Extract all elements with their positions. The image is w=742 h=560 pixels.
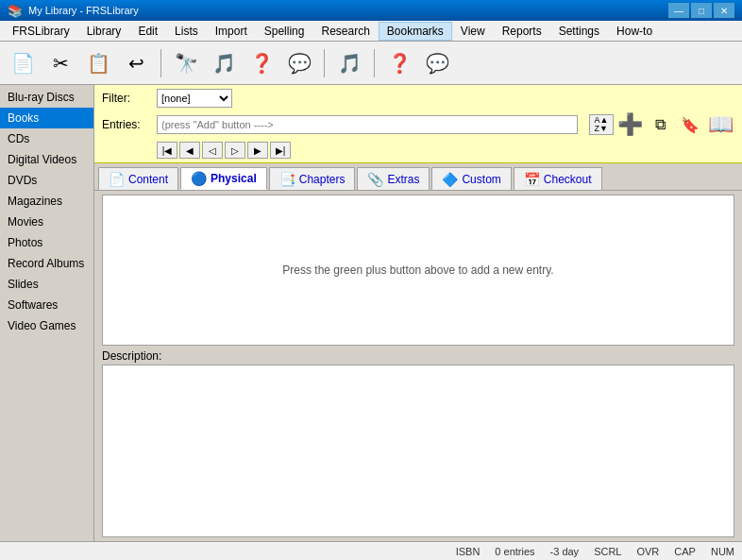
content-tab-label: Content [128, 173, 168, 186]
content-area: Filter: [none] Entries: A▲Z▼ ➕ ⧉ 🔖 📖 |◀ … [94, 85, 742, 541]
title-bar: 📚 My Library - FRSLibrary — □ ✕ [0, 0, 742, 21]
status-isbn: ISBN [456, 546, 481, 557]
status-bar: ISBN0 entries-3 daySCRLOVRCAPNUM [0, 541, 742, 560]
toolbar-separator2 [324, 49, 325, 77]
search-button[interactable]: 🔭 [169, 46, 203, 80]
toolbar: 📄✂📋↩🔭🎵❓💬🎵❓💬 [0, 42, 742, 85]
new-button[interactable]: 📄 [6, 46, 40, 80]
entries-label: Entries: [102, 118, 149, 131]
filter-select[interactable]: [none] [157, 89, 232, 108]
status-cap: CAP [674, 546, 696, 557]
chapters-tab-label: Chapters [299, 173, 346, 186]
sidebar: Blu-ray DiscsBooksCDsDigital VideosDVDsM… [0, 85, 94, 541]
comment-button[interactable]: 💬 [420, 46, 454, 80]
custom-tab-label: Custom [462, 173, 500, 186]
maximize-button[interactable]: □ [691, 3, 712, 18]
status-scrl: SCRL [594, 546, 621, 557]
sidebar-item-slides[interactable]: Slides [0, 274, 93, 295]
chapters-tab-icon: 📑 [279, 172, 295, 187]
filter-label: Filter: [102, 92, 149, 105]
status-ovr: OVR [636, 546, 659, 557]
comment-button[interactable]: 💬 [282, 46, 316, 80]
tab-checkout[interactable]: 📅Checkout [514, 167, 602, 190]
tab-content[interactable]: 📄Content [98, 167, 178, 190]
description-section: Description: [94, 349, 742, 541]
title-bar-left: 📚 My Library - FRSLibrary [8, 4, 139, 18]
extras-tab-label: Extras [387, 173, 419, 186]
table-area: Press the green plus button above to add… [102, 195, 734, 346]
sidebar-item-softwares[interactable]: Softwares [0, 295, 93, 315]
description-box[interactable] [102, 365, 734, 537]
menu-item-research[interactable]: Research [312, 22, 378, 41]
physical-tab-icon: 🔵 [191, 171, 207, 186]
title-bar-controls: — □ ✕ [668, 3, 734, 18]
close-button[interactable]: ✕ [714, 3, 734, 18]
sidebar-item-books[interactable]: Books [0, 108, 93, 128]
undo-button[interactable]: ↩ [119, 46, 153, 80]
help-button[interactable]: ❓ [382, 46, 416, 80]
nav-first-button[interactable]: |◀ [157, 142, 177, 159]
checkout-tab-label: Checkout [544, 173, 592, 186]
toolbar-separator3 [374, 49, 375, 77]
extras-tab-icon: 📎 [367, 172, 383, 187]
help-button[interactable]: ❓ [245, 46, 278, 80]
status-days: -3 day [550, 546, 580, 557]
menu-item-reports[interactable]: Reports [494, 22, 550, 41]
status-entries: 0 entries [495, 546, 534, 557]
menu-item-how-to[interactable]: How-to [608, 22, 661, 41]
menu-item-spelling[interactable]: Spelling [256, 22, 313, 41]
tab-custom[interactable]: 🔷Custom [431, 167, 511, 190]
menu-item-lists[interactable]: Lists [166, 22, 207, 41]
toolbar-separator [160, 49, 161, 77]
sidebar-item-magazines[interactable]: Magazines [0, 191, 93, 212]
tabs: 📄Content🔵Physical📑Chapters📎Extras🔷Custom… [94, 163, 742, 191]
title-bar-text: My Library - FRSLibrary [28, 5, 139, 16]
nav-next2-button[interactable]: ▶ [247, 142, 268, 159]
sidebar-item-cds[interactable]: CDs [0, 128, 93, 149]
bookmark-button[interactable]: 🔖 [676, 111, 704, 138]
sidebar-item-video-games[interactable]: Video Games [0, 315, 93, 336]
sidebar-item-movies[interactable]: Movies [0, 212, 93, 232]
menu-item-frslibrary[interactable]: FRSLibrary [4, 22, 78, 41]
add-button[interactable]: ➕ [616, 111, 644, 138]
main-layout: Blu-ray DiscsBooksCDsDigital VideosDVDsM… [0, 85, 742, 541]
custom-tab-icon: 🔷 [442, 172, 458, 187]
duplicate-button[interactable]: ⧉ [646, 111, 674, 138]
tab-physical[interactable]: 🔵Physical [180, 167, 267, 190]
menu-item-edit[interactable]: Edit [129, 22, 166, 41]
tab-extras[interactable]: 📎Extras [357, 167, 430, 190]
nav-prev-button[interactable]: ◀ [179, 142, 200, 159]
cut-button[interactable]: ✂ [43, 46, 77, 80]
sidebar-item-dvds[interactable]: DVDs [0, 170, 93, 191]
checkout-tab-icon: 📅 [524, 172, 540, 187]
status-num: NUM [711, 546, 734, 557]
nav-last-button[interactable]: ▶| [270, 142, 291, 159]
tab-chapters[interactable]: 📑Chapters [269, 167, 356, 190]
music-button[interactable]: 🎵 [332, 46, 366, 80]
sidebar-item-blu-ray-discs[interactable]: Blu-ray Discs [0, 87, 93, 108]
minimize-button[interactable]: — [668, 3, 689, 18]
sidebar-item-record-albums[interactable]: Record Albums [0, 253, 93, 274]
sidebar-item-photos[interactable]: Photos [0, 232, 93, 253]
nav-next-button[interactable]: ▷ [225, 142, 245, 159]
sort-az-button[interactable]: A▲Z▼ [589, 114, 614, 135]
content-tab-icon: 📄 [109, 172, 125, 187]
entries-input[interactable] [157, 115, 578, 134]
description-label: Description: [102, 349, 734, 363]
menu-bar: FRSLibraryLibraryEditListsImportSpelling… [0, 21, 742, 42]
book-button[interactable]: 📖 [706, 111, 734, 138]
menu-item-library[interactable]: Library [78, 22, 130, 41]
menu-item-bookmarks[interactable]: Bookmarks [379, 22, 452, 41]
menu-item-import[interactable]: Import [207, 22, 256, 41]
copy-button[interactable]: 📋 [81, 46, 115, 80]
nav-prev2-button[interactable]: ◁ [202, 142, 223, 159]
physical-tab-label: Physical [211, 172, 257, 185]
menu-item-view[interactable]: View [452, 22, 494, 41]
filter-bar: Filter: [none] Entries: A▲Z▼ ➕ ⧉ 🔖 📖 |◀ … [94, 85, 742, 163]
music-button[interactable]: 🎵 [207, 46, 241, 80]
menu-item-settings[interactable]: Settings [550, 22, 608, 41]
empty-message: Press the green plus button above to add… [282, 263, 553, 277]
app-icon: 📚 [8, 4, 23, 18]
sidebar-item-digital-videos[interactable]: Digital Videos [0, 149, 93, 170]
